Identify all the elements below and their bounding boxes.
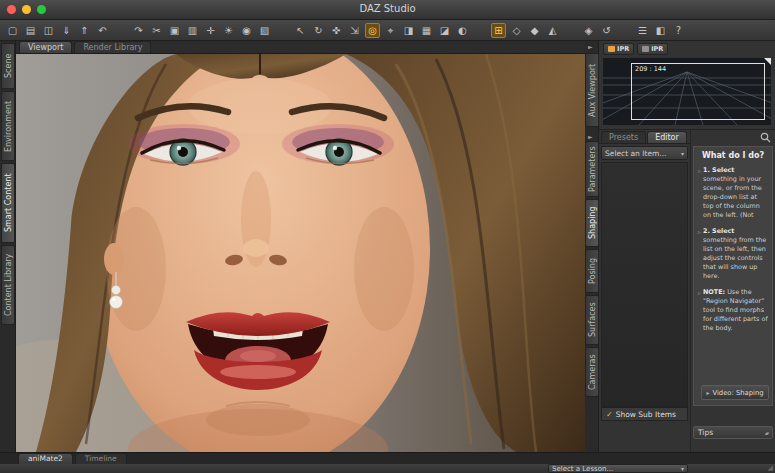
render-settings-icon[interactable]: ◧ [653,23,668,38]
active-pose-tool-icon[interactable]: ⌖ [383,23,398,38]
copy-icon[interactable]: ▣ [167,23,182,38]
content-panel-tab-bar: Presets Editor [599,130,690,144]
frame-size-label: 209 : 144 [635,65,666,73]
save-file-icon[interactable]: ◫ [41,23,56,38]
sidebar-tab-content-library[interactable]: Content Library [1,245,15,325]
spot-render-tool-icon[interactable]: ◪ [437,23,452,38]
perspective-view-icon[interactable]: ◇ [509,23,524,38]
shaping-content-panel: Presets Editor Select an Item... ▾ ✓ Sho… [599,130,691,452]
paste-icon[interactable]: ▥ [185,23,200,38]
tab-editor[interactable]: Editor [647,131,687,143]
viewport-canvas[interactable] [16,54,585,452]
new-scene-icon[interactable]: ▢ [5,23,20,38]
right-tab-strip: ► Aux Viewport ► Parameters Shaping Posi… [585,41,599,452]
aux-viewport-toggle-icon[interactable]: ⊞ [491,23,506,38]
node-selection-tool-icon[interactable]: ↖ [293,23,308,38]
tab-cameras[interactable]: Cameras [585,347,599,397]
restore-pose-icon[interactable]: ↺ [599,23,614,38]
collapse-arrow-icon[interactable]: ► [588,133,593,140]
create-primitive-icon[interactable]: ▧ [257,23,272,38]
ipr-on-icon [608,46,615,52]
redo-icon[interactable]: ↷ [131,23,146,38]
daz-studio-window: DAZ Studio ▢▤◫⇓⇑↶↷✂▣▥✛☀◉▧↖↻✜⇲◎⌖◨▦◪◐⊞◇◆◭◈… [0,0,775,473]
tips-label: Tips [698,428,713,437]
help-panel-toolbar [691,130,775,145]
chevron-down-icon: ▾ [681,465,684,472]
sidebar-tab-environment[interactable]: Environment [1,91,15,161]
sidebar-tab-smart-content[interactable]: Smart Content [1,163,15,243]
what-do-i-do-box: What do I do? ▹ 1. Select something in y… [693,146,773,406]
tab-surfaces[interactable]: Surfaces [585,295,599,345]
chevron-down-icon: ▾ [681,150,684,157]
memorize-pose-icon[interactable]: ◈ [581,23,596,38]
tab-render-library[interactable]: Render Library [74,41,151,53]
view-rotate-icon[interactable]: ◐ [455,23,470,38]
shaded-view-icon[interactable]: ◆ [527,23,542,38]
tab-timeline[interactable]: Timeline [75,453,127,464]
video-shaping-button[interactable]: ▸ Video: Shaping [701,385,769,400]
camera-cube-icon[interactable]: ◭ [545,23,560,38]
show-sub-items-label: Show Sub Items [616,410,676,419]
morph-list-area[interactable] [601,162,688,407]
collapse-arrow-icon[interactable]: ► [588,43,593,50]
surface-selection-tool-icon[interactable]: ◨ [401,23,416,38]
help-item: ▹ 1. Select something in your scene, or … [698,166,768,220]
region-navigator-tool-icon[interactable]: ▦ [419,23,434,38]
viewport-pane: Viewport Render Library [16,41,585,452]
tab-parameters[interactable]: Parameters [585,141,599,197]
tab-viewport[interactable]: Viewport [19,41,72,53]
corner-handle-icon[interactable] [764,58,771,65]
tab-animate2[interactable]: aniMate2 [18,453,73,464]
pointer-icon: ▹ [698,288,701,333]
lesson-dropdown[interactable]: Select a Lesson... ▾ [548,464,688,473]
item-select-value: Select an Item... [605,149,666,158]
aux-viewport-panel: IPR IPR 209 : 144 [599,41,775,130]
aux-viewport-toolbar: IPR IPR [599,41,775,57]
help-panel: What do I do? ▹ 1. Select something in y… [691,130,775,452]
window-layout-icon[interactable]: ☰ [635,23,650,38]
pointer-icon: ▹ [698,166,701,220]
resize-grip-icon[interactable]: ◢ [768,464,773,472]
create-camera-icon[interactable]: ◉ [239,23,254,38]
tab-shaping[interactable]: Shaping [585,199,599,247]
render-frame-outline: 209 : 144 [631,63,765,120]
ipr-toggle-button[interactable]: IPR [603,43,634,55]
tab-aux-viewport[interactable]: Aux Viewport [585,53,599,127]
play-icon: ▸ [706,389,709,396]
window-title: DAZ Studio [0,3,775,14]
left-tab-strip: Scene Environment Smart Content Content … [0,41,16,452]
tips-tab[interactable]: Tips ▴▾ [693,426,773,439]
tab-posing[interactable]: Posing [585,249,599,293]
sidebar-tab-scene[interactable]: Scene [1,43,15,89]
ipr-settings-button[interactable]: IPR [637,43,668,55]
scale-tool-icon[interactable]: ⇲ [347,23,362,38]
search-icon[interactable] [760,132,771,143]
ipr-off-icon [642,46,649,52]
help-item: ▹ 2. Select something from the list on t… [698,227,768,281]
updown-arrows-icon: ▴▾ [765,430,768,436]
help-icon[interactable]: ? [671,23,686,38]
cut-icon[interactable]: ✂ [149,23,164,38]
aux-viewport-preview[interactable]: 209 : 144 [603,58,771,125]
checkbox-checked-icon[interactable]: ✓ [606,410,613,419]
show-sub-items-row[interactable]: ✓ Show Sub Items [601,407,688,421]
help-item: ▹ NOTE: Use the "Region Navigator" tool … [698,288,768,333]
universal-tool-icon[interactable]: ◎ [365,23,380,38]
lesson-dropdown-value: Select a Lesson... [552,465,613,473]
status-bar: Select a Lesson... ▾ ◢ [0,464,775,473]
create-light-icon[interactable]: ☀ [221,23,236,38]
export-icon[interactable]: ⇑ [77,23,92,38]
pointer-icon: ▹ [698,227,701,281]
open-file-icon[interactable]: ▤ [23,23,38,38]
import-icon[interactable]: ⇓ [59,23,74,38]
translate-tool-icon[interactable]: ✜ [329,23,344,38]
tab-presets[interactable]: Presets [601,131,646,143]
rotate-tool-icon[interactable]: ↻ [311,23,326,38]
undo-icon[interactable]: ↶ [95,23,110,38]
help-title: What do I do? [698,151,768,160]
item-select-dropdown[interactable]: Select an Item... ▾ [601,146,688,160]
create-null-icon[interactable]: ✛ [203,23,218,38]
rendered-face-image [16,54,585,452]
viewport-tab-bar: Viewport Render Library [16,41,585,54]
title-bar: DAZ Studio [0,0,775,20]
